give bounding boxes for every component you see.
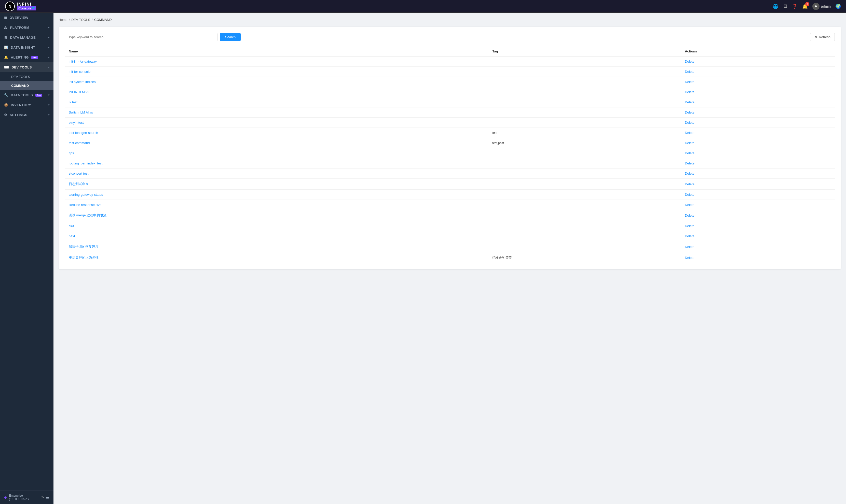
delete-button[interactable]: Delete <box>685 100 694 104</box>
delete-button[interactable]: Delete <box>685 131 694 134</box>
table-row: init system indices Delete <box>65 77 835 87</box>
content-area: Home / DEV TOOLS / COMMAND Search ↻ Refr… <box>53 13 846 504</box>
delete-button[interactable]: Delete <box>685 141 694 145</box>
command-tag <box>488 67 681 77</box>
command-tag <box>488 77 681 87</box>
main-layout: ⊞ OVERVIEW 🖧 PLATFORM ▾ 🗄 DATA MANAGE ▾ … <box>0 13 846 504</box>
command-name-link[interactable]: init system indices <box>69 80 95 84</box>
command-name-link[interactable]: alerting-gateway-status <box>69 193 103 197</box>
admin-menu[interactable]: A admin <box>812 3 831 10</box>
sidebar-footer[interactable]: ◆ Enterprise (1.5.0_SNAPS... > ☰ <box>0 490 53 504</box>
command-name-link[interactable]: 加快快照的恢复速度 <box>69 245 99 249</box>
table-body: init-ilm-for-gateway Delete init-for-con… <box>65 56 835 263</box>
chevron-up-icon: ▴ <box>48 66 50 69</box>
sidebar-item-label: INVENTORY <box>11 103 31 107</box>
help-icon[interactable]: ❓ <box>792 3 798 9</box>
command-name-link[interactable]: tips <box>69 151 74 155</box>
search-button[interactable]: Search <box>220 33 241 41</box>
breadcrumb-home[interactable]: Home <box>58 18 68 22</box>
command-name-link[interactable]: next <box>69 234 75 238</box>
delete-button[interactable]: Delete <box>685 214 694 217</box>
command-name-link[interactable]: ik test <box>69 100 77 104</box>
command-name-link[interactable]: 测试 merge 过程中的限流 <box>69 213 106 217</box>
command-name-link[interactable]: routing_per_index_test <box>69 161 102 165</box>
monitor-icon[interactable]: 🖥 <box>783 3 788 9</box>
sidebar-sub-item-dev-tools[interactable]: DEV TOOLS <box>0 72 53 81</box>
sidebar-item-data-manage[interactable]: 🗄 DATA MANAGE ▾ <box>0 33 53 42</box>
command-name-link[interactable]: Switch ILM Alias <box>69 110 93 114</box>
command-name-link[interactable]: Reduce response size <box>69 203 102 207</box>
table-row: routing_per_index_test Delete <box>65 158 835 168</box>
delete-button[interactable]: Delete <box>685 256 694 259</box>
command-name-link[interactable]: test-command <box>69 141 90 145</box>
table-row: INFINI ILM v2 Delete <box>65 87 835 97</box>
sidebar-item-data-insight[interactable]: 📊 DATA INSIGHT ▾ <box>0 42 53 52</box>
delete-button[interactable]: Delete <box>685 70 694 74</box>
sidebar-item-data-tools[interactable]: 🔧 DATA TOOLS Pro ▾ <box>0 90 53 100</box>
command-name-link[interactable]: INFINI ILM v2 <box>69 90 89 94</box>
sidebar-item-alerting[interactable]: 🔔 ALERTING Pro ▾ <box>0 52 53 62</box>
command-name-link[interactable]: stconvert test <box>69 172 88 175</box>
table-row: next Delete <box>65 231 835 241</box>
delete-button[interactable]: Delete <box>685 234 694 238</box>
col-tag: Tag <box>488 46 681 56</box>
delete-button[interactable]: Delete <box>685 151 694 155</box>
command-tag <box>488 241 681 252</box>
table-row: 加快快照的恢复速度 Delete <box>65 241 835 252</box>
command-tag <box>488 97 681 107</box>
globe-icon[interactable]: 🌐 <box>773 3 778 9</box>
notification-bell[interactable]: 🔔 9 <box>802 3 808 9</box>
breadcrumb-dev-tools[interactable]: DEV TOOLS <box>71 18 90 22</box>
col-name: Name <box>65 46 488 56</box>
refresh-icon: ↻ <box>814 35 817 39</box>
delete-button[interactable]: Delete <box>685 193 694 197</box>
delete-button[interactable]: Delete <box>685 161 694 165</box>
sidebar-item-dev-tools[interactable]: ⌨ DEV TOOLS ▴ <box>0 62 53 72</box>
chevron-down-icon: ▾ <box>48 36 50 39</box>
delete-button[interactable]: Delete <box>685 172 694 175</box>
table-row: 重启集群的正确步骤 运维操作,等等 Delete <box>65 252 835 263</box>
language-icon[interactable]: 🌍 <box>835 3 841 9</box>
main-card: Search ↻ Refresh Name Tag Actions <box>58 27 841 269</box>
gear-icon: ⚙ <box>4 113 7 117</box>
command-tag <box>488 200 681 210</box>
search-input[interactable] <box>65 33 217 41</box>
command-name-link[interactable]: init-ilm-for-gateway <box>69 59 97 64</box>
sidebar-sub-item-command[interactable]: COMMAND <box>0 81 53 90</box>
chevron-down-icon: ▾ <box>48 26 50 29</box>
command-name-link[interactable]: init-for-console <box>69 70 90 74</box>
command-name-link[interactable]: ck3 <box>69 224 74 228</box>
command-tag <box>488 87 681 97</box>
delete-button[interactable]: Delete <box>685 182 694 186</box>
logo-console-text: Console /// <box>17 6 36 11</box>
sidebar-item-label: DEV TOOLS <box>12 66 32 69</box>
delete-button[interactable]: Delete <box>685 80 694 84</box>
table-row: ik test Delete <box>65 97 835 107</box>
command-tag <box>488 56 681 67</box>
delete-button[interactable]: Delete <box>685 59 694 64</box>
command-name-link[interactable]: 重启集群的正确步骤 <box>69 255 99 259</box>
logo-area: N INFINI Console /// <box>5 1 36 11</box>
delete-button[interactable]: Delete <box>685 121 694 125</box>
table-row: tips Delete <box>65 148 835 158</box>
command-name-link[interactable]: pinyin test <box>69 121 84 125</box>
delete-button[interactable]: Delete <box>685 203 694 207</box>
command-name-link[interactable]: 日志测试命令 <box>69 182 89 186</box>
database-icon: 🗄 <box>4 36 7 39</box>
sidebar-item-label: ALERTING <box>11 55 29 59</box>
delete-button[interactable]: Delete <box>685 90 694 94</box>
sidebar-item-settings[interactable]: ⚙ SETTINGS ▾ <box>0 110 53 120</box>
sidebar-item-overview[interactable]: ⊞ OVERVIEW <box>0 13 53 23</box>
table-row: stconvert test Delete <box>65 168 835 179</box>
menu-lines-icon[interactable]: ☰ <box>46 495 49 500</box>
delete-button[interactable]: Delete <box>685 110 694 114</box>
sidebar-item-inventory[interactable]: 📦 INVENTORY ▾ <box>0 100 53 110</box>
refresh-button[interactable]: ↻ Refresh <box>810 33 835 41</box>
command-name-link[interactable]: test-loadgen-search <box>69 131 98 134</box>
pro-badge-data-tools: Pro <box>35 94 42 97</box>
sidebar-item-platform[interactable]: 🖧 PLATFORM ▾ <box>0 23 53 33</box>
delete-button[interactable]: Delete <box>685 245 694 249</box>
delete-button[interactable]: Delete <box>685 224 694 228</box>
logo-text: INFINI Console /// <box>17 2 36 11</box>
table-row: test-loadgen-search test Delete <box>65 128 835 138</box>
